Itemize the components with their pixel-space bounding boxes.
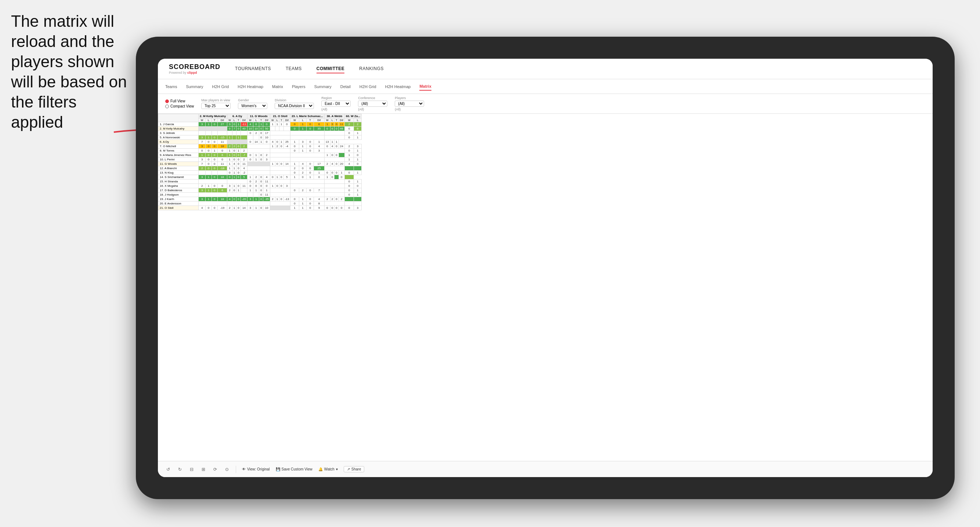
ls-w: W	[290, 119, 299, 122]
region-filter: Region East - DII (All) (All)	[321, 96, 351, 111]
region-select[interactable]: East - DII (All)	[321, 100, 351, 107]
sub-nav-matrix2[interactable]: Matrix	[419, 83, 431, 90]
cell	[270, 157, 290, 162]
reset-icon[interactable]: ⟳	[212, 467, 218, 472]
sub-nav-h2hgrid2[interactable]: H2H Grid	[360, 83, 376, 90]
matrix-scroll-area[interactable]: 2. M Kelly Mulcahy 6. A Dy 11. G Woods 2…	[158, 114, 932, 210]
cell: 2	[263, 153, 270, 157]
cell: 0	[205, 157, 212, 162]
cell: 0	[334, 144, 339, 149]
cell: 0	[344, 188, 353, 193]
gender-select[interactable]: Women's Men's	[238, 103, 267, 109]
cell	[270, 206, 290, 210]
cell: 1	[232, 184, 236, 188]
nav-teams[interactable]: TEAMS	[286, 65, 302, 73]
division-select[interactable]: NCAA Division II NCAA Division I NCAA Di…	[275, 103, 314, 109]
cell: 1	[237, 122, 240, 127]
sub-nav-matrix1[interactable]: Matrix	[272, 83, 283, 90]
cell: 0	[344, 131, 353, 135]
cell: 0	[259, 135, 263, 140]
sub-nav-summary2[interactable]: Summary	[314, 83, 332, 90]
cell: 0	[279, 162, 283, 166]
cell	[240, 131, 248, 135]
redo-icon[interactable]: ↻	[177, 467, 183, 472]
share-icon: ↗	[347, 467, 350, 471]
cell: 0	[259, 206, 263, 210]
cell: 0	[199, 149, 205, 153]
cell: 0	[259, 179, 263, 184]
sub-nav-detail[interactable]: Detail	[340, 83, 351, 90]
players-all-label: (All)	[395, 108, 424, 111]
players-filter: Players (All) (All)	[395, 96, 424, 111]
sub-nav-h2hheatmap2[interactable]: H2H Heatmap	[385, 83, 411, 90]
cell: 11	[240, 162, 248, 166]
full-view-option[interactable]: Full View	[165, 99, 194, 103]
cell: 1	[253, 153, 259, 157]
cell: 1	[299, 197, 306, 202]
nav-committee[interactable]: COMMITTEE	[317, 65, 345, 73]
cell: 2	[324, 162, 330, 166]
cell: 0	[307, 202, 314, 206]
sub-nav-players[interactable]: Players	[292, 83, 305, 90]
zoom-out-icon[interactable]: ⊟	[189, 467, 195, 472]
cell: 0	[334, 162, 339, 166]
cell: 10	[248, 127, 253, 131]
cell: 1	[259, 122, 263, 127]
sub-nav-summary1[interactable]: Summary	[186, 83, 203, 90]
cell: 18	[217, 175, 227, 179]
cell: 0	[205, 140, 212, 144]
players-select[interactable]: (All)	[395, 100, 424, 107]
compact-view-radio[interactable]	[165, 105, 169, 108]
os-t: T	[279, 119, 283, 122]
sub-nav-h2hheatmap1[interactable]: H2H Heatmap	[237, 83, 263, 90]
table-row: 15. H Stranda 0 2 0 11 0 1	[158, 179, 362, 184]
nav-tournaments[interactable]: TOURNAMENTS	[235, 65, 271, 73]
cell: 1	[205, 122, 212, 127]
full-view-radio[interactable]	[165, 100, 169, 103]
cell: 0	[259, 188, 263, 193]
cell: 0	[279, 144, 283, 149]
save-custom-btn[interactable]: 💾 Save Custom View	[276, 467, 312, 471]
cell: 0	[279, 197, 283, 202]
cell: 3	[353, 144, 361, 149]
cell: 0	[237, 184, 240, 188]
cell: 0	[307, 162, 314, 166]
undo-icon[interactable]: ↺	[165, 467, 171, 472]
cell: 4	[314, 197, 325, 202]
cell: 2	[253, 179, 259, 184]
watch-btn[interactable]: 🔔 Watch ▾	[318, 467, 338, 471]
view-original-btn[interactable]: 👁 View: Original	[242, 467, 270, 471]
cell: 0	[237, 127, 240, 131]
cell: 1	[237, 135, 240, 140]
bottom-toolbar: ↺ ↻ ⊟ ⊞ ⟳ ⊙ 👁 View: Original 💾 Save Cust…	[158, 461, 932, 477]
cell	[270, 188, 290, 193]
cell: 0	[205, 166, 212, 171]
cell: 0	[217, 157, 227, 162]
nav-rankings[interactable]: RANKINGS	[359, 65, 384, 73]
cell	[248, 135, 253, 140]
top-nav: SCOREBOARD Powered by clippd TOURNAMENTS…	[158, 59, 932, 79]
player-name-cell: 6. A Dy	[158, 140, 199, 144]
os-dif: Dif	[283, 119, 290, 122]
share-btn[interactable]: ↗ Share	[344, 466, 364, 472]
sub-nav-teams[interactable]: Teams	[165, 83, 177, 90]
cell: 1	[270, 122, 275, 127]
cell: 20	[339, 162, 344, 166]
cell: 0	[330, 175, 334, 179]
table-row: 21. O Stoll 4 0 0 -19 2 1 0 14 3 1 0	[158, 206, 362, 210]
cell	[199, 131, 205, 135]
cell: 0	[270, 175, 275, 179]
max-players-select[interactable]: Top 25 Top 50 All	[201, 103, 231, 109]
zoom-in-icon[interactable]: ⊞	[200, 467, 206, 472]
conference-select[interactable]: (All)	[358, 100, 387, 107]
compact-view-option[interactable]: Compact View	[165, 104, 194, 108]
cell: 1	[270, 162, 275, 166]
cell: 10	[263, 135, 270, 140]
sub-nav-h2hgrid1[interactable]: H2H Grid	[212, 83, 229, 90]
km-w: W	[199, 119, 205, 122]
ady-w: W	[227, 119, 232, 122]
clock-icon[interactable]: ⊙	[224, 467, 230, 472]
cell: 0	[263, 140, 270, 144]
main-content[interactable]: 2. M Kelly Mulcahy 6. A Dy 11. G Woods 2…	[158, 114, 932, 461]
table-row: 9. A Maria Jimenez Rios 1 0 0 6 1 0 0 -7…	[158, 153, 362, 157]
